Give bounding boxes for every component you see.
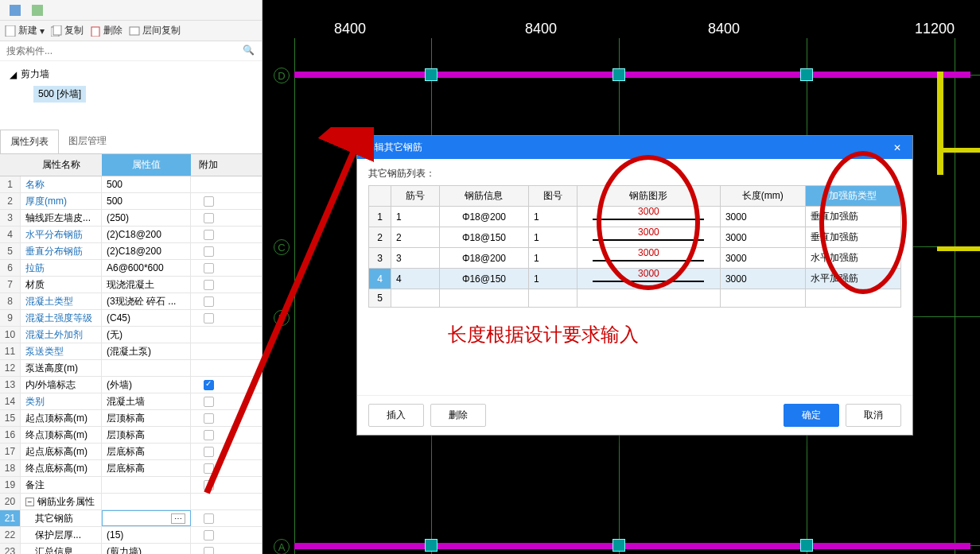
checkbox[interactable] — [204, 280, 214, 290]
prop-row[interactable]: 21其它钢筋 ⋯ — [0, 510, 262, 527]
search-icon[interactable]: 🔍 — [243, 45, 255, 57]
search-input[interactable] — [6, 45, 243, 56]
checkbox[interactable] — [204, 397, 214, 407]
prop-row[interactable]: 6拉筋A6@600*600 — [0, 260, 262, 277]
prop-row[interactable]: 17起点底标高(m)层底标高 — [0, 444, 262, 460]
prop-row[interactable]: 19备注 — [0, 477, 262, 494]
prop-row[interactable]: 22保护层厚...(15) — [0, 527, 262, 544]
prop-row[interactable]: 10混凝土外加剂(无) — [0, 327, 262, 343]
checkbox[interactable] — [204, 380, 214, 390]
tool-icon-1[interactable] — [5, 2, 25, 18]
new-button[interactable]: 新建 ▾ — [5, 24, 45, 37]
checkbox[interactable] — [204, 447, 214, 457]
table-row[interactable]: 44Φ16@150130003000水平加强筋 — [369, 269, 901, 289]
axis-label: B — [274, 310, 290, 326]
svg-rect-2 — [6, 25, 15, 37]
close-icon[interactable]: ✕ — [893, 142, 904, 153]
svg-rect-4 — [53, 25, 61, 35]
axis-label: D — [274, 68, 290, 83]
dialog-title: 编辑其它钢筋 — [365, 141, 422, 154]
checkbox[interactable] — [204, 296, 214, 307]
checkbox[interactable] — [204, 196, 214, 207]
prop-row[interactable]: 16终点顶标高(m)层顶标高 — [0, 427, 262, 444]
annotation-text: 长度根据设计要求输入 — [368, 308, 901, 387]
toolbar: 新建 ▾ 复制 删除 层间复制 — [0, 21, 262, 41]
delete-button[interactable]: 删除 — [90, 24, 122, 37]
prop-row[interactable]: 2厚度(mm)500 — [0, 193, 262, 210]
delete-button[interactable]: 删除 — [430, 404, 486, 427]
table-row[interactable]: 5 — [369, 289, 901, 308]
svg-rect-6 — [130, 27, 139, 35]
mini-toolbar — [0, 0, 262, 21]
svg-rect-5 — [91, 27, 99, 37]
prop-row[interactable]: 5垂直分布钢筋(2)C18@200 — [0, 243, 262, 260]
table-row[interactable]: 11Φ18@200130003000垂直加强筋 — [369, 207, 901, 227]
dim-label: 8400 — [525, 21, 557, 37]
prop-row[interactable]: 4水平分布钢筋(2)C18@200 — [0, 227, 262, 243]
checkbox[interactable] — [204, 230, 214, 240]
table-row[interactable]: 33Φ18@200130003000水平加强筋 — [369, 248, 901, 269]
edit-rebar-dialog: 编辑其它钢筋 ✕ 其它钢筋列表： 筋号 钢筋信息 图号 钢筋图形 长度(mm) … — [356, 135, 913, 436]
prop-row[interactable]: 3轴线距左墙皮...(250) — [0, 210, 262, 227]
rebar-table[interactable]: 筋号 钢筋信息 图号 钢筋图形 长度(mm) 加强筋类型 11Φ18@20013… — [368, 185, 901, 308]
tab-properties[interactable]: 属性列表 — [0, 130, 59, 153]
checkbox[interactable] — [204, 463, 214, 474]
prop-row[interactable]: 23汇总信息(剪力墙) — [0, 544, 262, 554]
prop-row[interactable]: 20−钢筋业务属性 — [0, 494, 262, 510]
prop-row[interactable]: 1名称500 — [0, 176, 262, 193]
svg-rect-0 — [10, 5, 21, 16]
ok-button[interactable]: 确定 — [784, 404, 839, 427]
prop-row[interactable]: 12泵送高度(m) — [0, 360, 262, 377]
prop-header: 属性名称 属性值 附加 — [0, 154, 262, 176]
tab-layers[interactable]: 图层管理 — [59, 130, 116, 153]
dim-label: 11200 — [915, 21, 955, 37]
dim-label: 8400 — [708, 21, 740, 37]
axis-label: C — [274, 239, 290, 255]
checkbox[interactable] — [204, 213, 214, 223]
checkbox[interactable] — [204, 413, 214, 424]
table-row[interactable]: 22Φ18@150130003000垂直加强筋 — [369, 227, 901, 248]
prop-row[interactable]: 14类别混凝土墙 — [0, 393, 262, 410]
tree-child[interactable]: 500 [外墙] — [33, 86, 86, 103]
dialog-caption: 其它钢筋列表： — [368, 167, 901, 180]
checkbox[interactable] — [204, 513, 214, 524]
checkbox[interactable] — [204, 547, 214, 555]
checkbox[interactable] — [204, 480, 214, 490]
checkbox[interactable] — [204, 246, 214, 257]
checkbox[interactable] — [204, 313, 214, 323]
copy-button[interactable]: 复制 — [51, 24, 84, 37]
component-tree[interactable]: ◢ 剪力墙 500 [外墙] — [0, 61, 262, 125]
axis-label: A — [274, 539, 290, 554]
checkbox[interactable] — [204, 430, 214, 440]
cancel-button[interactable]: 取消 — [846, 404, 901, 427]
checkbox[interactable] — [204, 263, 214, 273]
prop-row[interactable]: 13内/外墙标志(外墙) — [0, 377, 262, 393]
svg-rect-1 — [32, 5, 43, 16]
prop-row[interactable]: 18终点底标高(m)层底标高 — [0, 460, 262, 477]
insert-button[interactable]: 插入 — [368, 404, 424, 427]
tree-root[interactable]: ◢ 剪力墙 — [10, 68, 252, 81]
checkbox[interactable] — [204, 530, 214, 540]
dim-label: 8400 — [334, 21, 366, 37]
prop-row[interactable]: 7材质现浇混凝土 — [0, 277, 262, 293]
prop-row[interactable]: 9混凝土强度等级(C45) — [0, 310, 262, 327]
layercopy-button[interactable]: 层间复制 — [129, 24, 181, 37]
prop-row[interactable]: 8混凝土类型(3现浇砼 碎石 ... — [0, 293, 262, 310]
tool-icon-2[interactable] — [27, 2, 48, 18]
prop-row[interactable]: 15起点顶标高(m)层顶标高 — [0, 410, 262, 427]
prop-row[interactable]: 11泵送类型(混凝土泵) — [0, 343, 262, 360]
